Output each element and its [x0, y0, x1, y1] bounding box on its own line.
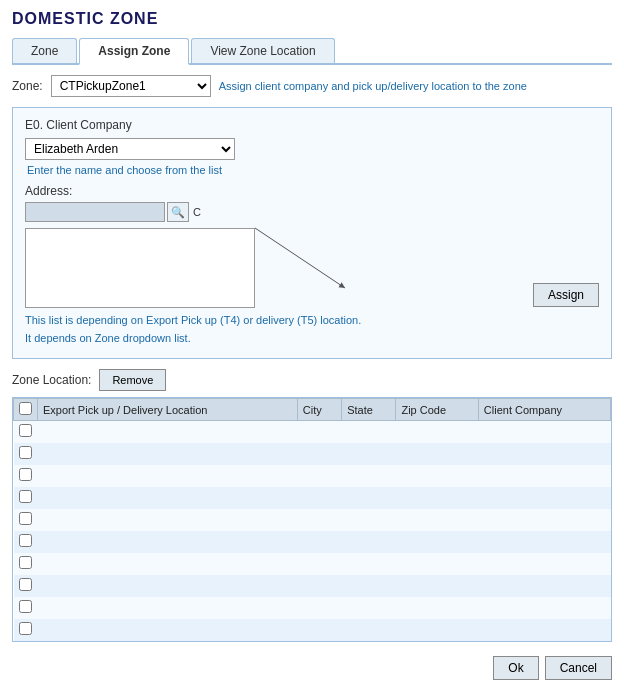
col-header-city: City: [297, 399, 341, 421]
row-checkbox[interactable]: [19, 622, 32, 635]
arrow-svg: [245, 218, 365, 298]
row-client: [478, 509, 610, 531]
row-state: [342, 421, 396, 443]
zone-select[interactable]: CTPickupZone1: [51, 75, 211, 97]
clear-button[interactable]: C: [191, 205, 203, 219]
row-checkbox-cell[interactable]: [14, 465, 38, 487]
client-section: E0. Client Company Elizabeth Arden Enter…: [12, 107, 612, 359]
row-zip: [396, 575, 478, 597]
row-checkbox-cell[interactable]: [14, 597, 38, 619]
table-row: [14, 421, 611, 443]
row-city: [297, 465, 341, 487]
list-note-line1: This list is depending on Export Pick up…: [25, 314, 599, 326]
row-checkbox[interactable]: [19, 534, 32, 547]
row-checkbox[interactable]: [19, 512, 32, 525]
row-checkbox[interactable]: [19, 424, 32, 437]
row-checkbox[interactable]: [19, 556, 32, 569]
tab-view-zone-location[interactable]: View Zone Location: [191, 38, 334, 63]
row-export: [38, 531, 298, 553]
row-export: [38, 597, 298, 619]
client-select[interactable]: Elizabeth Arden: [25, 138, 235, 160]
table-row: [14, 553, 611, 575]
footer-buttons: Ok Cancel: [12, 652, 612, 680]
row-export: [38, 575, 298, 597]
tab-zone[interactable]: Zone: [12, 38, 77, 63]
svg-line-0: [255, 228, 345, 288]
row-state: [342, 465, 396, 487]
address-list[interactable]: [25, 228, 255, 308]
row-state: [342, 553, 396, 575]
tab-assign-zone[interactable]: Assign Zone: [79, 38, 189, 65]
row-export: [38, 509, 298, 531]
row-zip: [396, 487, 478, 509]
row-checkbox[interactable]: [19, 468, 32, 481]
row-state: [342, 443, 396, 465]
row-state: [342, 619, 396, 641]
table-row: [14, 443, 611, 465]
row-export: [38, 553, 298, 575]
zone-row: Zone: CTPickupZone1 Assign client compan…: [12, 75, 612, 97]
table-container: Export Pick up / Delivery Location City …: [12, 397, 612, 642]
row-state: [342, 509, 396, 531]
row-checkbox[interactable]: [19, 446, 32, 459]
row-client: [478, 443, 610, 465]
row-zip: [396, 509, 478, 531]
row-checkbox-cell[interactable]: [14, 619, 38, 641]
row-client: [478, 575, 610, 597]
row-client: [478, 597, 610, 619]
row-checkbox[interactable]: [19, 578, 32, 591]
row-state: [342, 575, 396, 597]
row-checkbox[interactable]: [19, 490, 32, 503]
remove-button[interactable]: Remove: [99, 369, 166, 391]
row-city: [297, 531, 341, 553]
row-checkbox-cell[interactable]: [14, 509, 38, 531]
row-client: [478, 531, 610, 553]
row-city: [297, 619, 341, 641]
address-search-input[interactable]: [25, 202, 165, 222]
row-client: [478, 421, 610, 443]
table-row: [14, 619, 611, 641]
row-checkbox-cell[interactable]: [14, 487, 38, 509]
row-state: [342, 531, 396, 553]
row-zip: [396, 553, 478, 575]
row-state: [342, 597, 396, 619]
address-block: 🔍 C Assign: [25, 202, 599, 344]
row-checkbox-cell[interactable]: [14, 443, 38, 465]
table-row: [14, 597, 611, 619]
zone-location-row: Zone Location: Remove: [12, 369, 612, 391]
row-checkbox-cell[interactable]: [14, 421, 38, 443]
assign-button[interactable]: Assign: [533, 283, 599, 307]
page-container: DOMESTIC ZONE Zone Assign Zone View Zone…: [0, 0, 624, 690]
cancel-button[interactable]: Cancel: [545, 656, 612, 680]
client-section-title: E0. Client Company: [25, 118, 599, 132]
col-header-client: Client Company: [478, 399, 610, 421]
search-button[interactable]: 🔍: [167, 202, 189, 222]
row-city: [297, 443, 341, 465]
select-all-checkbox[interactable]: [19, 402, 32, 415]
row-client: [478, 619, 610, 641]
row-export: [38, 421, 298, 443]
row-export: [38, 619, 298, 641]
row-checkbox[interactable]: [19, 600, 32, 613]
col-header-check: [14, 399, 38, 421]
row-checkbox-cell[interactable]: [14, 531, 38, 553]
row-client: [478, 465, 610, 487]
list-note-line2: It depends on Zone dropdown list.: [25, 332, 599, 344]
col-header-state: State: [342, 399, 396, 421]
search-icon: 🔍: [171, 206, 185, 219]
row-zip: [396, 465, 478, 487]
row-client: [478, 487, 610, 509]
table-row: [14, 531, 611, 553]
row-export: [38, 487, 298, 509]
row-city: [297, 575, 341, 597]
row-city: [297, 597, 341, 619]
row-zip: [396, 421, 478, 443]
ok-button[interactable]: Ok: [493, 656, 538, 680]
row-checkbox-cell[interactable]: [14, 575, 38, 597]
zone-location-label: Zone Location:: [12, 373, 91, 387]
row-state: [342, 487, 396, 509]
col-header-zip: Zip Code: [396, 399, 478, 421]
zone-location-table: Export Pick up / Delivery Location City …: [13, 398, 611, 641]
row-checkbox-cell[interactable]: [14, 553, 38, 575]
row-zip: [396, 619, 478, 641]
